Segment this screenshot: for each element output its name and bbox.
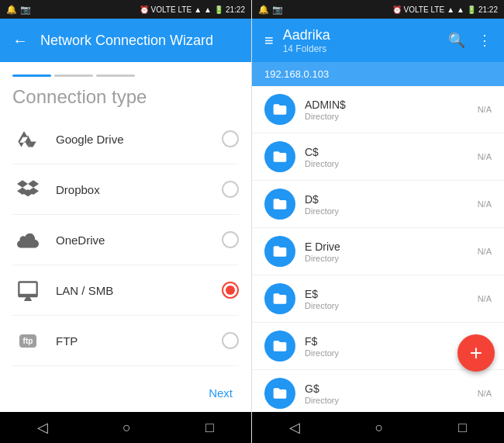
left-toolbar: ← Network Connection Wizard <box>0 19 251 62</box>
folder-icon <box>264 189 295 220</box>
back-button[interactable]: ← <box>12 32 28 50</box>
right-recent-nav-icon[interactable]: □ <box>458 420 467 436</box>
right-notif-icon: 🔔 <box>258 5 269 15</box>
list-item[interactable]: C$ Directory N/A <box>252 133 504 181</box>
folder-type: Directory <box>305 206 478 216</box>
notification-icon: 🔔 <box>6 5 17 15</box>
right-title-group: Aadrika 14 Folders <box>283 27 439 54</box>
list-item[interactable]: E Drive Directory N/A <box>252 228 504 275</box>
folder-type: Directory <box>305 348 478 358</box>
hamburger-menu-icon[interactable]: ≡ <box>264 32 274 50</box>
folder-icon <box>264 331 295 362</box>
folder-info: D$ Directory <box>305 193 478 216</box>
right-panel: 🔔 📷 ⏰ VOLTE LTE ▲ ▲ 🔋 21:22 ≡ Aadrika 14… <box>252 0 504 443</box>
right-time: 21:22 <box>478 5 498 14</box>
screenshot-icon: 📷 <box>20 5 31 15</box>
folder-type: Directory <box>305 301 478 310</box>
battery-icon: 🔋 <box>214 5 223 14</box>
onedrive-icon <box>12 224 43 255</box>
folder-size: N/A <box>478 199 492 209</box>
search-icon[interactable]: 🔍 <box>448 32 465 49</box>
list-item[interactable]: sftp SFTP <box>12 366 239 374</box>
folder-info: E Drive Directory <box>305 241 478 263</box>
folder-name: G$ <box>305 382 478 395</box>
folder-size: N/A <box>478 294 492 303</box>
alarm-icon: ⏰ <box>140 5 149 14</box>
more-options-icon[interactable]: ⋮ <box>478 32 492 49</box>
folder-icon <box>264 283 295 314</box>
right-home-nav-icon[interactable]: ○ <box>375 420 384 436</box>
folder-info: F$ Directory <box>305 335 478 358</box>
dropbox-radio[interactable] <box>222 181 239 198</box>
folder-info: E$ Directory <box>305 288 478 310</box>
right-toolbar: ≡ Aadrika 14 Folders 🔍 ⋮ <box>252 19 504 62</box>
google-drive-label: Google Drive <box>56 133 222 146</box>
folder-type: Directory <box>305 159 478 168</box>
right-page-subtitle: 14 Folders <box>283 43 439 54</box>
ftp-icon: ftp <box>12 325 43 356</box>
left-status-icons: 🔔 📷 <box>6 5 31 15</box>
recent-nav-icon[interactable]: □ <box>205 420 214 436</box>
folder-name: D$ <box>305 193 478 206</box>
home-nav-icon[interactable]: ○ <box>123 420 131 436</box>
google-drive-radio[interactable] <box>222 130 239 147</box>
folder-type: Directory <box>305 396 478 405</box>
folder-type: Directory <box>305 254 478 263</box>
right-battery-icon: 🔋 <box>467 5 476 14</box>
right-status-right: ⏰ VOLTE LTE ▲ ▲ 🔋 21:22 <box>392 5 499 14</box>
volte-badge: VOLTE <box>151 5 176 14</box>
right-lte-badge: LTE <box>431 5 445 14</box>
folder-size: N/A <box>478 105 492 114</box>
back-nav-icon[interactable]: ◁ <box>37 419 48 436</box>
time-display: 21:22 <box>226 5 245 14</box>
server-header: 192.168.0.103 <box>252 62 504 86</box>
list-item[interactable]: E$ Directory N/A <box>252 275 504 323</box>
lan-smb-radio[interactable] <box>222 282 239 299</box>
folder-info: C$ Directory <box>305 146 478 168</box>
list-item[interactable]: Google Drive <box>12 114 239 164</box>
folder-info: G$ Directory <box>305 382 478 405</box>
lan-smb-label: LAN / SMB <box>56 284 222 297</box>
fab-add-button[interactable]: + <box>457 334 495 372</box>
wizard-title: Network Connection Wizard <box>40 33 239 49</box>
progress-dot-3 <box>96 74 135 77</box>
ftp-radio[interactable] <box>222 332 239 349</box>
progress-indicator <box>12 74 239 77</box>
folder-info: ADMIN$ Directory <box>305 99 478 121</box>
list-item[interactable]: OneDrive <box>12 215 239 265</box>
folder-list-wrapper: ADMIN$ Directory N/A C$ Directory N/A <box>252 86 504 412</box>
list-item[interactable]: G$ Directory N/A <box>252 370 504 412</box>
progress-dot-2 <box>54 74 93 77</box>
ftp-label: FTP <box>56 334 222 348</box>
lan-smb-icon <box>12 275 43 306</box>
list-item[interactable]: ADMIN$ Directory N/A <box>252 86 504 133</box>
right-toolbar-icons: 🔍 ⋮ <box>448 32 492 49</box>
folder-size: N/A <box>478 247 492 256</box>
google-drive-icon <box>12 123 43 154</box>
dropbox-label: Dropbox <box>56 183 222 196</box>
wizard-content: Connection type Google Drive Dropbox <box>0 62 251 374</box>
left-panel: 🔔 📷 ⏰ VOLTE LTE ▲ ▲ 🔋 21:22 ← Network Co… <box>0 0 252 443</box>
right-nav-bar: ◁ ○ □ <box>252 412 504 443</box>
left-status-right: ⏰ VOLTE LTE ▲ ▲ 🔋 21:22 <box>140 5 246 14</box>
server-ip: 192.168.0.103 <box>264 68 329 80</box>
list-item[interactable]: LAN / SMB <box>12 265 239 316</box>
folder-name: C$ <box>305 146 478 158</box>
folder-size: N/A <box>478 152 492 161</box>
list-item[interactable]: ftp FTP <box>12 316 239 366</box>
left-status-bar: 🔔 📷 ⏰ VOLTE LTE ▲ ▲ 🔋 21:22 <box>0 0 251 19</box>
list-item[interactable]: Dropbox <box>12 164 239 215</box>
folder-icon <box>264 141 295 172</box>
onedrive-radio[interactable] <box>222 231 239 248</box>
next-button[interactable]: Next <box>202 380 239 406</box>
right-signal-icon: ▲ <box>447 5 454 14</box>
list-item[interactable]: D$ Directory N/A <box>252 181 504 228</box>
dropbox-icon <box>12 174 43 205</box>
right-alarm-icon: ⏰ <box>392 5 402 14</box>
folder-icon <box>264 94 295 125</box>
folder-icon <box>264 236 295 267</box>
left-nav-bar: ◁ ○ □ <box>0 412 251 443</box>
right-volte-badge: VOLTE <box>404 5 429 14</box>
right-wifi-icon: ▲ <box>457 5 464 14</box>
right-back-nav-icon[interactable]: ◁ <box>289 419 300 436</box>
